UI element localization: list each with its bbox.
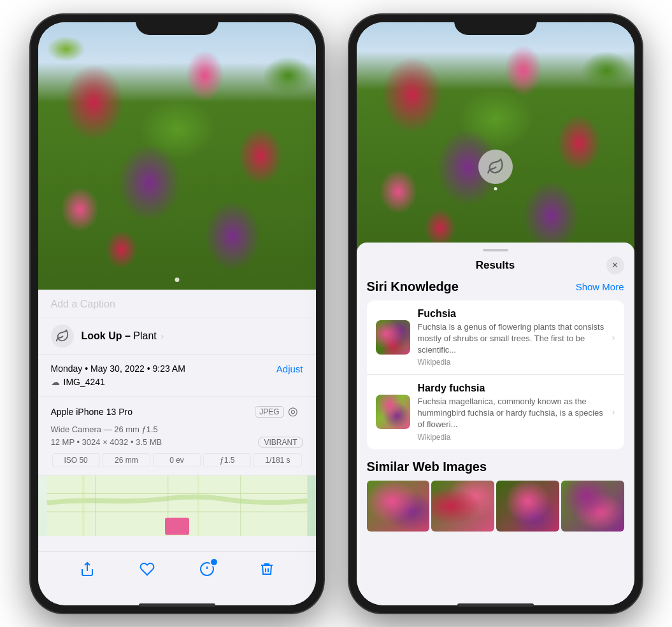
home-bar-right <box>457 603 534 607</box>
adjust-button[interactable]: Adjust <box>276 363 303 374</box>
show-more-button[interactable]: Show More <box>576 281 624 292</box>
aperture-value: ƒ1.5 <box>203 453 251 467</box>
lookup-row[interactable]: Look Up – Plant › <box>38 318 316 355</box>
close-button[interactable]: ✕ <box>606 257 624 274</box>
favorite-button[interactable] <box>134 556 160 582</box>
siri-knowledge-title: Siri Knowledge <box>367 279 459 294</box>
photo-image-right[interactable] <box>357 22 634 264</box>
visual-ai-dot <box>494 187 497 190</box>
location-icon: ◎ <box>288 404 303 419</box>
map-area[interactable] <box>38 476 316 536</box>
similar-image-3[interactable] <box>496 481 559 532</box>
hardy-info: Hardy fuchsia Fuchsia magellanica, commo… <box>418 383 604 442</box>
focal-value: 26 mm <box>103 453 150 467</box>
cloud-icon: ☁ <box>51 377 60 387</box>
similar-grid <box>367 481 624 532</box>
jpeg-badge: JPEG <box>255 406 283 418</box>
hardy-chevron: › <box>612 407 615 417</box>
lookup-type: Plant <box>131 330 157 341</box>
hardy-name: Hardy fuchsia <box>418 383 604 394</box>
knowledge-card: Fuchsia Fuchsia is a genus of flowering … <box>367 300 624 449</box>
siri-knowledge-header: Siri Knowledge Show More <box>367 279 624 294</box>
map-svg <box>38 476 316 536</box>
delete-button[interactable] <box>254 556 280 582</box>
leaf-icon <box>55 329 69 343</box>
sheet-title: Results <box>476 259 515 272</box>
results-sheet: Results ✕ Siri Knowledge Show More <box>357 243 634 605</box>
similar-section: Similar Web Images <box>367 460 624 532</box>
badges: JPEG ◎ <box>255 404 303 419</box>
lookup-icon-circle <box>51 325 74 348</box>
right-notch <box>454 15 537 35</box>
iso-value: ISO 50 <box>52 453 100 467</box>
hardy-fuchsia-item[interactable]: Hardy fuchsia Fuchsia magellanica, commo… <box>367 375 624 449</box>
right-screen: Results ✕ Siri Knowledge Show More <box>357 22 634 605</box>
meta-section: Monday • May 30, 2022 • 9:23 AM Adjust ☁… <box>38 355 316 397</box>
left-phone: Add a Caption Look Up – Plant › Monday •… <box>31 15 324 613</box>
fuchsia-item[interactable]: Fuchsia Fuchsia is a genus of flowering … <box>367 300 624 376</box>
device-name: Apple iPhone 13 Pro <box>51 407 132 417</box>
hardy-source: Wikipedia <box>418 433 604 442</box>
similar-image-2[interactable] <box>431 481 494 532</box>
bottom-toolbar <box>38 551 316 586</box>
home-bar-left <box>139 603 215 607</box>
fuchsia-thumb-image <box>376 320 410 355</box>
hardy-thumb <box>376 395 410 429</box>
camera-spec: Wide Camera — 26 mm ƒ1.5 <box>51 425 303 434</box>
similar-image-4[interactable] <box>561 481 624 532</box>
filename: IMG_4241 <box>64 377 105 387</box>
hardy-thumb-image <box>376 395 410 429</box>
fuchsia-thumb <box>376 320 410 355</box>
svg-rect-6 <box>165 518 189 535</box>
similar-title: Similar Web Images <box>367 460 624 474</box>
info-button[interactable] <box>194 556 220 582</box>
left-screen: Add a Caption Look Up – Plant › Monday •… <box>38 22 316 605</box>
lookup-label: Look Up – Plant › <box>82 330 164 342</box>
photo-image-left[interactable] <box>38 22 316 290</box>
hardy-desc: Fuchsia magellanica, commonly known as t… <box>418 396 604 431</box>
shutter-value: 1/181 s <box>254 453 301 467</box>
notch <box>136 15 218 35</box>
mp-spec: 12 MP • 3024 × 4032 • 3.5 MB <box>51 437 162 447</box>
share-button[interactable] <box>75 556 100 582</box>
fuchsia-source: Wikipedia <box>418 358 604 367</box>
meta-date: Monday • May 30, 2022 • 9:23 AM <box>51 363 185 374</box>
sheet-header: Results ✕ <box>357 251 634 279</box>
info-badge <box>210 558 218 567</box>
ev-value: 0 ev <box>153 453 201 467</box>
lookup-chevron: › <box>161 331 164 341</box>
right-phone: Results ✕ Siri Knowledge Show More <box>349 15 642 613</box>
fuchsia-name: Fuchsia <box>418 308 604 320</box>
fuchsia-desc: Fuchsia is a genus of flowering plants t… <box>418 321 604 356</box>
device-section: Apple iPhone 13 Pro JPEG ◎ Wide Camera —… <box>38 397 316 476</box>
similar-image-1[interactable] <box>367 481 430 532</box>
fuchsia-chevron: › <box>612 332 615 342</box>
photo-indicator-dot <box>175 278 179 282</box>
sheet-content: Siri Knowledge Show More Fuchsia Fuchsia… <box>357 279 634 532</box>
lookup-text-bold: Look Up – <box>82 330 131 341</box>
vibrant-badge: VIBRANT <box>258 437 303 448</box>
caption-area[interactable]: Add a Caption <box>38 290 316 318</box>
iso-row: ISO 50 26 mm 0 ev ƒ1.5 1/181 s <box>51 453 303 467</box>
caption-placeholder[interactable]: Add a Caption <box>51 299 115 309</box>
fuchsia-info: Fuchsia Fuchsia is a genus of flowering … <box>418 308 604 367</box>
visual-ai-button[interactable] <box>478 150 513 184</box>
